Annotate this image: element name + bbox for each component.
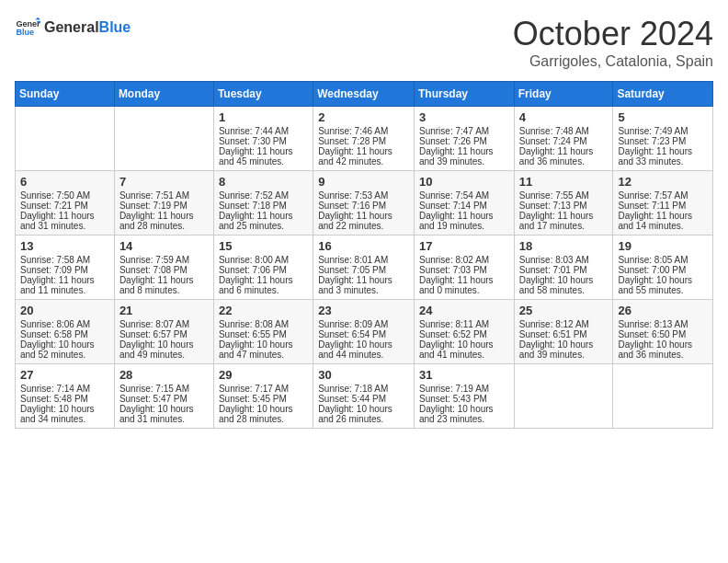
calendar-cell: 7Sunrise: 7:51 AMSunset: 7:19 PMDaylight… <box>114 171 213 236</box>
cell-text: Sunrise: 8:01 AM <box>318 255 409 265</box>
cell-text: Sunset: 7:24 PM <box>519 136 609 146</box>
cell-text: Sunset: 7:18 PM <box>219 201 308 211</box>
day-number: 20 <box>20 304 109 317</box>
cell-text: Daylight: 11 hours and 6 minutes. <box>219 275 308 295</box>
calendar-cell: 29Sunrise: 7:17 AMSunset: 5:45 PMDayligh… <box>213 364 313 429</box>
cell-text: Sunset: 7:06 PM <box>219 265 308 275</box>
calendar-cell <box>16 107 115 171</box>
logo-icon: General Blue <box>15 15 40 40</box>
cell-text: Sunset: 7:08 PM <box>119 265 209 275</box>
logo: General Blue GeneralBlue <box>15 15 131 40</box>
day-header: Friday <box>514 82 613 107</box>
day-number: 11 <box>519 175 609 189</box>
location-title: Garrigoles, Catalonia, Spain <box>513 53 713 70</box>
cell-text: Sunrise: 8:12 AM <box>519 319 609 329</box>
day-number: 5 <box>618 110 708 124</box>
day-number: 10 <box>419 175 509 189</box>
cell-text: Sunset: 6:58 PM <box>20 329 109 339</box>
day-number: 23 <box>318 304 409 317</box>
cell-text: Sunrise: 7:54 AM <box>419 190 509 201</box>
calendar-cell: 3Sunrise: 7:47 AMSunset: 7:26 PMDaylight… <box>414 107 514 171</box>
day-number: 18 <box>519 239 609 253</box>
calendar-cell: 13Sunrise: 7:58 AMSunset: 7:09 PMDayligh… <box>16 236 115 300</box>
cell-text: Daylight: 11 hours and 33 minutes. <box>618 146 708 167</box>
cell-text: Sunrise: 8:06 AM <box>20 319 109 329</box>
cell-text: Sunset: 5:45 PM <box>219 394 308 404</box>
day-number: 3 <box>419 110 509 124</box>
cell-text: Sunset: 7:11 PM <box>618 201 708 211</box>
calendar-week-row: 6Sunrise: 7:50 AMSunset: 7:21 PMDaylight… <box>16 171 713 236</box>
cell-text: Sunset: 6:51 PM <box>519 329 609 339</box>
calendar-cell: 5Sunrise: 7:49 AMSunset: 7:23 PMDaylight… <box>613 107 713 171</box>
cell-text: Sunrise: 7:51 AM <box>119 190 209 201</box>
cell-text: Daylight: 11 hours and 3 minutes. <box>318 275 409 295</box>
cell-text: Sunset: 7:14 PM <box>419 201 509 211</box>
day-number: 29 <box>219 368 308 382</box>
day-number: 24 <box>419 304 509 317</box>
day-number: 4 <box>519 110 609 124</box>
cell-text: Daylight: 11 hours and 42 minutes. <box>318 146 409 167</box>
cell-text: Sunrise: 7:49 AM <box>618 126 708 136</box>
calendar-cell: 9Sunrise: 7:53 AMSunset: 7:16 PMDaylight… <box>313 171 415 236</box>
logo-blue-text: Blue <box>99 19 131 35</box>
cell-text: Daylight: 10 hours and 26 minutes. <box>318 404 409 424</box>
cell-text: Sunrise: 7:52 AM <box>219 190 308 201</box>
cell-text: Sunset: 7:16 PM <box>318 201 409 211</box>
day-number: 16 <box>318 239 409 253</box>
cell-text: Sunset: 7:05 PM <box>318 265 409 275</box>
day-number: 15 <box>219 239 308 253</box>
day-header: Wednesday <box>313 82 415 107</box>
calendar-week-row: 20Sunrise: 8:06 AMSunset: 6:58 PMDayligh… <box>16 300 713 364</box>
cell-text: Daylight: 11 hours and 0 minutes. <box>419 275 509 295</box>
calendar-cell: 20Sunrise: 8:06 AMSunset: 6:58 PMDayligh… <box>16 300 115 364</box>
cell-text: Sunrise: 7:57 AM <box>618 190 708 201</box>
cell-text: Daylight: 10 hours and 39 minutes. <box>519 339 609 360</box>
cell-text: Daylight: 10 hours and 34 minutes. <box>20 404 109 424</box>
calendar-cell: 8Sunrise: 7:52 AMSunset: 7:18 PMDaylight… <box>213 171 313 236</box>
day-number: 12 <box>618 175 708 189</box>
day-number: 22 <box>219 304 308 317</box>
day-number: 7 <box>119 175 209 189</box>
title-area: October 2024 Garrigoles, Catalonia, Spai… <box>513 15 713 70</box>
calendar-cell: 6Sunrise: 7:50 AMSunset: 7:21 PMDaylight… <box>16 171 115 236</box>
calendar-cell: 2Sunrise: 7:46 AMSunset: 7:28 PMDaylight… <box>313 107 415 171</box>
cell-text: Sunset: 7:30 PM <box>219 136 308 146</box>
day-header: Sunday <box>16 82 115 107</box>
calendar-cell: 21Sunrise: 8:07 AMSunset: 6:57 PMDayligh… <box>114 300 213 364</box>
cell-text: Sunset: 6:55 PM <box>219 329 308 339</box>
cell-text: Daylight: 10 hours and 47 minutes. <box>219 339 308 360</box>
cell-text: Daylight: 10 hours and 28 minutes. <box>219 404 308 424</box>
day-number: 1 <box>219 110 308 124</box>
day-number: 26 <box>618 304 708 317</box>
cell-text: Daylight: 11 hours and 39 minutes. <box>419 146 509 167</box>
calendar-cell: 26Sunrise: 8:13 AMSunset: 6:50 PMDayligh… <box>613 300 713 364</box>
day-number: 13 <box>20 239 109 253</box>
cell-text: Sunset: 5:44 PM <box>318 394 409 404</box>
calendar-cell <box>514 364 613 429</box>
day-header: Tuesday <box>213 82 313 107</box>
svg-text:General: General <box>16 19 40 29</box>
cell-text: Sunrise: 8:00 AM <box>219 255 308 265</box>
day-number: 8 <box>219 175 308 189</box>
cell-text: Sunset: 7:13 PM <box>519 201 609 211</box>
cell-text: Daylight: 10 hours and 31 minutes. <box>119 404 209 424</box>
cell-text: Sunrise: 7:14 AM <box>20 384 109 394</box>
cell-text: Sunset: 5:47 PM <box>119 394 209 404</box>
svg-text:Blue: Blue <box>16 28 34 37</box>
cell-text: Daylight: 10 hours and 52 minutes. <box>20 339 109 360</box>
cell-text: Sunrise: 7:58 AM <box>20 255 109 265</box>
calendar-cell: 22Sunrise: 8:08 AMSunset: 6:55 PMDayligh… <box>213 300 313 364</box>
cell-text: Sunrise: 7:46 AM <box>318 126 409 136</box>
calendar-week-row: 27Sunrise: 7:14 AMSunset: 5:48 PMDayligh… <box>16 364 713 429</box>
calendar-cell: 25Sunrise: 8:12 AMSunset: 6:51 PMDayligh… <box>514 300 613 364</box>
calendar-cell <box>114 107 213 171</box>
cell-text: Sunset: 7:28 PM <box>318 136 409 146</box>
calendar-cell: 31Sunrise: 7:19 AMSunset: 5:43 PMDayligh… <box>414 364 514 429</box>
cell-text: Sunrise: 8:08 AM <box>219 319 308 329</box>
cell-text: Sunset: 5:43 PM <box>419 394 509 404</box>
day-number: 21 <box>119 304 209 317</box>
day-header: Saturday <box>613 82 713 107</box>
cell-text: Daylight: 11 hours and 45 minutes. <box>219 146 308 167</box>
cell-text: Daylight: 10 hours and 55 minutes. <box>618 275 708 295</box>
cell-text: Sunset: 7:00 PM <box>618 265 708 275</box>
